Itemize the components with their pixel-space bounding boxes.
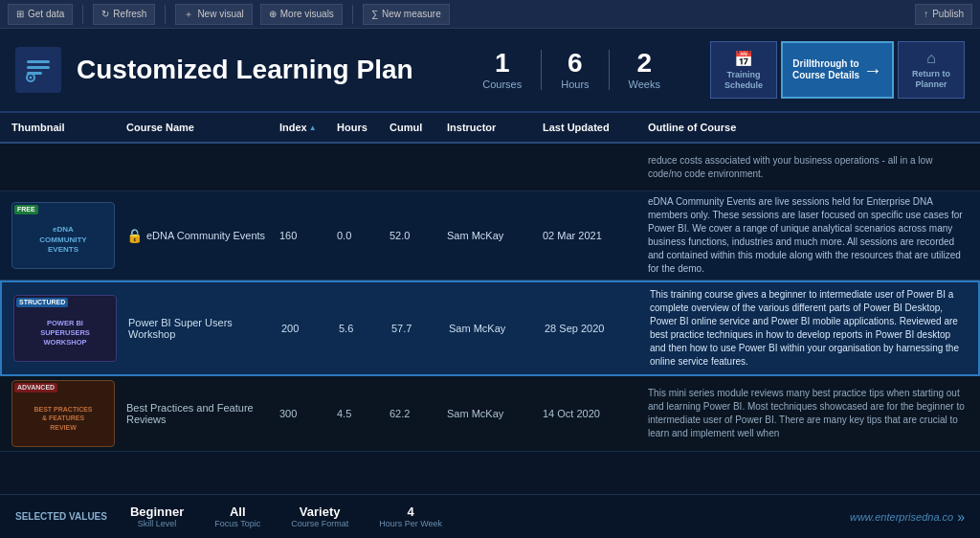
cumul-cell bbox=[386, 166, 443, 169]
more-visuals-icon: ⊕ bbox=[269, 9, 277, 19]
table-row[interactable]: FREE eDNACOMMUNITYEVENTS 🔒 eDNA Communit… bbox=[0, 191, 980, 280]
toolbar-more-visuals[interactable]: ⊕ More visuals bbox=[260, 4, 343, 25]
col-instructor: Instructor bbox=[443, 122, 539, 133]
table-row[interactable]: ADVANCED BEST PRACTICES& FEATURESREVIEW … bbox=[0, 376, 980, 452]
name-cell: 🔒 eDNA Community Events bbox=[122, 226, 276, 245]
name-cell bbox=[122, 166, 276, 169]
col-cumul: Cumul bbox=[386, 122, 443, 133]
col-index[interactable]: Index ▲ bbox=[276, 122, 333, 133]
refresh-icon: ↻ bbox=[101, 9, 109, 19]
outline-cell: This training course gives a beginner to… bbox=[646, 286, 970, 370]
index-cell: 200 bbox=[278, 321, 335, 336]
new-visual-icon: ＋ bbox=[184, 8, 193, 21]
return-to-planner-button[interactable]: ⌂ Return toPlanner bbox=[898, 41, 965, 99]
index-cell bbox=[276, 166, 333, 169]
footer-skill-level: Beginner Skill Level bbox=[130, 504, 184, 528]
col-hours: Hours bbox=[333, 122, 386, 133]
footer-values: Beginner Skill Level All Focus Topic Var… bbox=[130, 504, 850, 528]
hours-cell: 0.0 bbox=[333, 228, 386, 243]
updated-cell: 02 Mar 2021 bbox=[539, 228, 644, 243]
toolbar-new-measure[interactable]: ∑ New measure bbox=[363, 4, 450, 25]
instructor-cell: Sam McKay bbox=[445, 321, 541, 336]
footer-hours-per-week: 4 Hours Per Week bbox=[379, 504, 442, 528]
footer: SELECTED VALUES Beginner Skill Level All… bbox=[0, 494, 980, 538]
separator-3 bbox=[352, 5, 353, 24]
thumbnail-bestprac: ADVANCED BEST PRACTICES& FEATURESREVIEW bbox=[11, 380, 115, 447]
col-course-name: Course Name bbox=[122, 122, 276, 133]
tag-advanced: ADVANCED bbox=[14, 383, 57, 392]
hours-cell bbox=[333, 166, 386, 169]
new-measure-icon: ∑ bbox=[371, 9, 378, 19]
header-stats: 1 Courses 6 Hours 2 Weeks bbox=[463, 50, 679, 90]
header-actions: 📅 TrainingSchedule Drillthrough toCourse… bbox=[710, 41, 965, 99]
publish-icon: ↑ bbox=[924, 9, 928, 19]
thumbnail-edna: FREE eDNACOMMUNITYEVENTS bbox=[11, 202, 115, 269]
table-body: reduce costs associated with your busine… bbox=[0, 144, 980, 494]
thumb-cell: STRUCTURED POWER BISUPERUSERSWORKSHOP bbox=[10, 293, 124, 364]
drillthrough-icon: → bbox=[863, 59, 882, 81]
toolbar-get-data[interactable]: ⊞ Get data bbox=[8, 4, 73, 25]
separator-1 bbox=[82, 5, 83, 24]
training-schedule-button[interactable]: 📅 TrainingSchedule bbox=[710, 41, 777, 99]
hours-cell: 4.5 bbox=[333, 406, 386, 421]
cumul-cell: 62.2 bbox=[386, 406, 443, 421]
thumb-cell: FREE eDNACOMMUNITYEVENTS bbox=[8, 200, 122, 271]
updated-cell: 14 Oct 2020 bbox=[539, 406, 644, 421]
name-cell: Power BI Super Users Workshop bbox=[124, 315, 278, 342]
instructor-cell: Sam McKay bbox=[443, 406, 539, 421]
col-outline: Outline of Course bbox=[644, 122, 972, 133]
thumb-cell: ADVANCED BEST PRACTICES& FEATURESREVIEW bbox=[8, 378, 122, 449]
updated-cell: 28 Sep 2020 bbox=[541, 321, 646, 336]
svg-rect-1 bbox=[27, 66, 50, 69]
sort-arrow-index: ▲ bbox=[309, 123, 317, 132]
cumul-cell: 52.0 bbox=[386, 228, 443, 243]
thumbnail-powerbi: STRUCTURED POWER BISUPERUSERSWORKSHOP bbox=[13, 295, 117, 362]
stat-weeks: 2 Weeks bbox=[610, 50, 679, 90]
footer-focus-topic: All Focus Topic bbox=[214, 504, 260, 528]
get-data-icon: ⊞ bbox=[16, 9, 24, 19]
outline-cell: eDNA Community Events are live sessions … bbox=[644, 193, 972, 278]
calendar-icon: 📅 bbox=[734, 50, 753, 68]
tag-free: FREE bbox=[14, 205, 38, 214]
svg-rect-0 bbox=[27, 60, 50, 63]
toolbar: ⊞ Get data ↻ Refresh ＋ New visual ⊕ More… bbox=[0, 0, 980, 29]
stat-hours: 6 Hours bbox=[542, 50, 609, 90]
page-title: Customized Learning Plan bbox=[77, 55, 448, 85]
home-icon: ⌂ bbox=[926, 50, 936, 67]
col-last-updated: Last Updated bbox=[539, 122, 644, 133]
header: Customized Learning Plan 1 Courses 6 Hou… bbox=[0, 29, 980, 113]
separator-2 bbox=[165, 5, 166, 24]
toolbar-new-visual[interactable]: ＋ New visual bbox=[175, 4, 252, 25]
stat-courses: 1 Courses bbox=[463, 50, 542, 90]
name-cell: Best Practices and Feature Reviews bbox=[122, 400, 276, 427]
table-row[interactable]: STRUCTURED POWER BISUPERUSERSWORKSHOP Po… bbox=[0, 280, 980, 376]
cumul-cell: 57.7 bbox=[388, 321, 445, 336]
header-logo bbox=[15, 47, 61, 93]
return-label: Return toPlanner bbox=[912, 69, 950, 90]
toolbar-publish[interactable]: ↑ Publish bbox=[915, 4, 972, 25]
index-cell: 160 bbox=[276, 228, 333, 243]
footer-course-format: Variety Course Format bbox=[291, 504, 348, 528]
col-thumbnail: Thumbnail bbox=[8, 122, 122, 133]
drillthrough-label: Drillthrough toCourse Details bbox=[792, 58, 859, 81]
table-row[interactable]: reduce costs associated with your busine… bbox=[0, 144, 980, 191]
brand-url: www.enterprisedna.co bbox=[850, 511, 953, 523]
selected-values-label: SELECTED VALUES bbox=[15, 511, 107, 522]
index-cell: 300 bbox=[276, 406, 333, 421]
training-schedule-label: TrainingSchedule bbox=[724, 70, 763, 91]
table-header: Thumbnail Course Name Index ▲ Hours Cumu… bbox=[0, 113, 980, 144]
arrow-right-icon: » bbox=[957, 509, 965, 525]
instructor-cell: Sam McKay bbox=[443, 228, 539, 243]
updated-cell bbox=[539, 166, 644, 169]
thumb-cell bbox=[8, 166, 122, 169]
toolbar-refresh[interactable]: ↻ Refresh bbox=[93, 4, 155, 25]
svg-point-4 bbox=[30, 77, 33, 79]
tag-structured: STRUCTURED bbox=[16, 298, 68, 307]
drillthrough-button[interactable]: Drillthrough toCourse Details → bbox=[781, 41, 894, 99]
lock-icon: 🔒 bbox=[126, 228, 143, 243]
hours-cell: 5.6 bbox=[335, 321, 388, 336]
outline-cell: This mini series module reviews many bes… bbox=[644, 385, 972, 442]
instructor-cell bbox=[443, 166, 539, 169]
outline-cell: reduce costs associated with your busine… bbox=[644, 152, 972, 183]
